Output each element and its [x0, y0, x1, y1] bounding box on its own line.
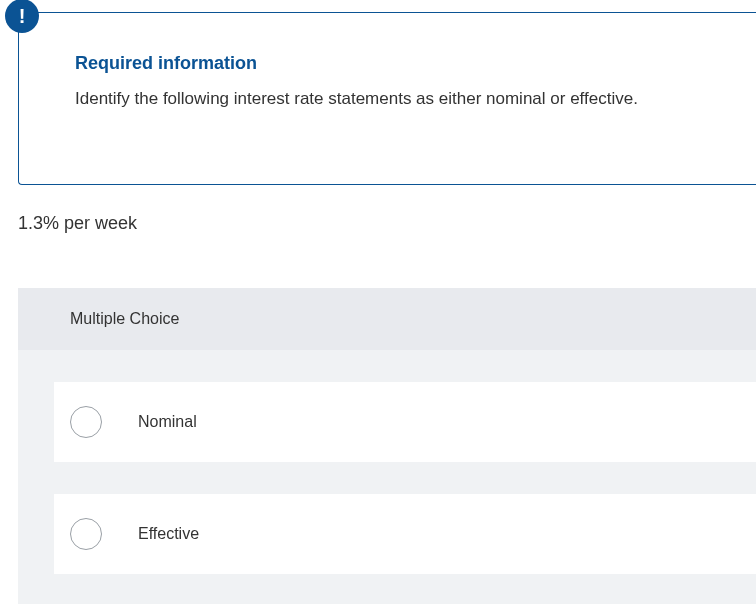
- option-label: Effective: [138, 525, 199, 543]
- required-info-box: ! Required information Identify the foll…: [18, 12, 756, 185]
- option-effective[interactable]: Effective: [54, 494, 756, 574]
- exclamation-icon: !: [5, 0, 39, 33]
- required-info-title: Required information: [75, 53, 708, 74]
- required-info-text: Identify the following interest rate sta…: [75, 86, 708, 112]
- multiple-choice-container: Multiple Choice Nominal Effective: [18, 288, 756, 604]
- question-statement: 1.3% per week: [18, 213, 756, 234]
- radio-icon[interactable]: [70, 518, 102, 550]
- badge-text: !: [19, 5, 26, 28]
- multiple-choice-header: Multiple Choice: [18, 288, 756, 350]
- option-label: Nominal: [138, 413, 197, 431]
- radio-icon[interactable]: [70, 406, 102, 438]
- option-nominal[interactable]: Nominal: [54, 382, 756, 462]
